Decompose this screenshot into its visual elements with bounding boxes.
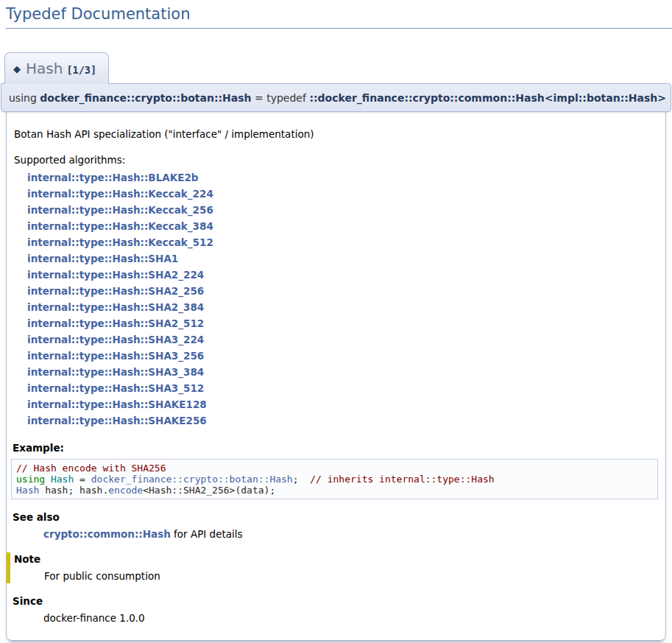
overload-badge: [1/3] <box>66 64 96 76</box>
typedef-documentation-page: Typedef Documentation ◆Hash[1/3] using d… <box>0 0 672 641</box>
algorithm-link[interactable]: internal::type::Hash::Keccak_224 <box>27 186 213 202</box>
see-also-text: for API details <box>171 528 243 540</box>
code-token-comment: // Hash encode with SHA256 <box>16 463 166 474</box>
since-label: Since <box>13 594 658 608</box>
code-token-plain: <Hash::SHA2_256>(data); <box>143 485 275 496</box>
algorithm-link[interactable]: internal::type::Hash::Keccak_256 <box>27 202 213 218</box>
brief-description: Botan Hash API specialization ("interfac… <box>14 128 658 140</box>
since-section: Since docker-finance 1.0.0 <box>13 594 658 625</box>
see-also-content: crypto::common::Hash for API details <box>43 527 658 541</box>
since-text: docker-finance 1.0.0 <box>43 611 658 625</box>
algorithm-link[interactable]: internal::type::Hash::BLAKE2b <box>27 169 198 186</box>
algorithm-link[interactable]: internal::type::Hash::SHA2_224 <box>27 267 204 283</box>
code-token-comment: // inherits internal::type::Hash <box>310 474 494 485</box>
algorithms-label: Supported algorithms: <box>14 154 658 166</box>
page-title: Typedef Documentation <box>6 4 672 29</box>
algorithm-link[interactable]: internal::type::Hash::SHA3_512 <box>27 380 204 396</box>
code-token-plain: hash; hash. <box>39 485 108 496</box>
note-label: Note <box>13 552 658 566</box>
member-name: Hash <box>26 60 63 77</box>
example-label: Example: <box>13 442 658 454</box>
member-tab[interactable]: ◆Hash[1/3] <box>4 52 109 84</box>
note-text: For public consumption <box>44 569 658 583</box>
algorithm-link[interactable]: internal::type::Hash::SHA3_384 <box>27 364 204 380</box>
algorithm-link[interactable]: internal::type::Hash::SHA3_224 <box>27 331 204 348</box>
algorithm-link[interactable]: internal::type::Hash::Keccak_384 <box>27 218 213 234</box>
algorithm-link[interactable]: internal::type::Hash::SHA2_512 <box>27 315 204 331</box>
algorithm-link[interactable]: internal::type::Hash::SHA2_256 <box>27 283 204 299</box>
algorithm-link[interactable]: internal::type::Hash::SHAKE128 <box>27 396 207 412</box>
algorithm-link[interactable]: internal::type::Hash::SHA1 <box>27 250 178 267</box>
code-link[interactable]: encode <box>108 485 143 496</box>
code-token-plain <box>45 474 51 485</box>
algorithm-link[interactable]: internal::type::Hash::SHA2_384 <box>27 299 204 315</box>
code-line: using Hash = docker_finance::crypto::bot… <box>16 474 653 485</box>
see-also-section: See also crypto::common::Hash for API de… <box>13 510 658 541</box>
proto-equals-typedef: = typedef <box>252 92 310 104</box>
see-also-label: See also <box>13 510 658 524</box>
code-block: // Hash encode with SHA256using Hash = d… <box>11 459 658 499</box>
code-token-keyword: using <box>16 474 45 485</box>
see-also-link[interactable]: crypto::common::Hash <box>43 528 171 540</box>
algorithm-link[interactable]: internal::type::Hash::SHAKE256 <box>27 412 207 429</box>
code-token-plain: ; <box>293 474 310 485</box>
proto-using-keyword: using <box>9 92 40 104</box>
code-line: Hash hash; hash.encode<Hash::SHA2_256>(d… <box>16 485 653 496</box>
proto-typedef-name: docker_finance::crypto::botan::Hash <box>40 92 251 104</box>
member-hash: ◆Hash[1/3] using docker_finance::crypto:… <box>1 52 671 641</box>
algorithm-link[interactable]: internal::type::Hash::SHA3_256 <box>27 348 204 364</box>
algorithms-list: internal::type::Hash::BLAKE2binternal::t… <box>27 169 658 429</box>
note-section: Note For public consumption <box>7 552 658 583</box>
member-doc: Botan Hash API specialization ("interfac… <box>6 112 666 641</box>
member-prototype: using docker_finance::crypto::botan::Has… <box>1 83 671 112</box>
code-link[interactable]: docker_finance::crypto::botan::Hash <box>91 474 293 485</box>
code-line: // Hash encode with SHA256 <box>16 463 653 474</box>
code-token-plain: = <box>74 474 91 485</box>
code-link[interactable]: Hash <box>16 485 39 496</box>
proto-target-type: ::docker_finance::crypto::common::Hash<i… <box>309 92 666 104</box>
anchor-diamond-icon[interactable]: ◆ <box>13 63 21 74</box>
algorithm-link[interactable]: internal::type::Hash::Keccak_512 <box>27 234 213 250</box>
code-token-type: Hash <box>51 474 74 485</box>
